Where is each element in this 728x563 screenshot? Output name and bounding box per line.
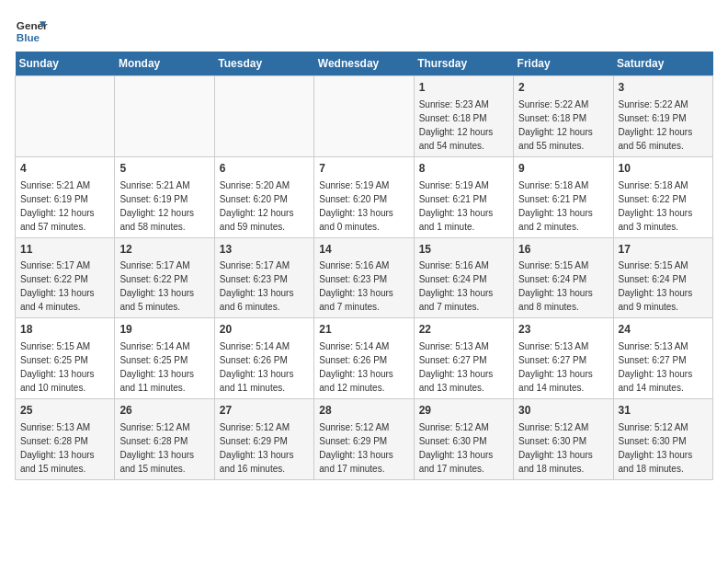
day-info: Sunrise: 5:18 AMSunset: 6:21 PMDaylight:… xyxy=(518,180,593,232)
day-number: 8 xyxy=(419,161,508,177)
day-number: 1 xyxy=(419,80,508,96)
calendar-cell: 12Sunrise: 5:17 AMSunset: 6:22 PMDayligh… xyxy=(115,237,214,318)
header-row: SundayMondayTuesdayWednesdayThursdayFrid… xyxy=(16,52,713,76)
day-number: 4 xyxy=(20,161,109,177)
page-header: General Blue xyxy=(15,15,713,48)
day-number: 10 xyxy=(619,161,708,177)
day-info: Sunrise: 5:16 AMSunset: 6:24 PMDaylight:… xyxy=(419,260,494,312)
day-info: Sunrise: 5:12 AMSunset: 6:30 PMDaylight:… xyxy=(619,422,693,474)
calendar-cell: 8Sunrise: 5:19 AMSunset: 6:21 PMDaylight… xyxy=(414,156,513,237)
weekday-header: Sunday xyxy=(16,52,115,76)
day-number: 5 xyxy=(119,161,209,177)
day-number: 26 xyxy=(119,403,209,419)
weekday-header: Thursday xyxy=(414,52,513,76)
day-number: 31 xyxy=(619,403,708,419)
day-info: Sunrise: 5:12 AMSunset: 6:29 PMDaylight:… xyxy=(220,422,294,474)
day-number: 3 xyxy=(619,80,708,96)
day-number: 20 xyxy=(220,322,309,338)
calendar-cell: 25Sunrise: 5:13 AMSunset: 6:28 PMDayligh… xyxy=(16,399,115,480)
calendar-week-row: 25Sunrise: 5:13 AMSunset: 6:28 PMDayligh… xyxy=(16,399,713,480)
day-number: 16 xyxy=(518,242,608,258)
day-info: Sunrise: 5:19 AMSunset: 6:21 PMDaylight:… xyxy=(419,180,494,232)
calendar-cell: 20Sunrise: 5:14 AMSunset: 6:26 PMDayligh… xyxy=(214,318,313,399)
day-info: Sunrise: 5:12 AMSunset: 6:28 PMDaylight:… xyxy=(119,422,194,474)
calendar-week-row: 18Sunrise: 5:15 AMSunset: 6:25 PMDayligh… xyxy=(16,318,713,399)
calendar-week-row: 4Sunrise: 5:21 AMSunset: 6:19 PMDaylight… xyxy=(16,156,713,237)
calendar-body: 1Sunrise: 5:23 AMSunset: 6:18 PMDaylight… xyxy=(16,76,713,480)
day-info: Sunrise: 5:21 AMSunset: 6:19 PMDaylight:… xyxy=(20,180,95,232)
day-info: Sunrise: 5:17 AMSunset: 6:22 PMDaylight:… xyxy=(20,260,95,312)
calendar-cell: 29Sunrise: 5:12 AMSunset: 6:30 PMDayligh… xyxy=(414,399,513,480)
calendar-cell: 23Sunrise: 5:13 AMSunset: 6:27 PMDayligh… xyxy=(514,318,613,399)
day-info: Sunrise: 5:13 AMSunset: 6:27 PMDaylight:… xyxy=(518,341,593,393)
calendar-cell xyxy=(214,76,313,157)
logo: General Blue xyxy=(15,15,48,48)
day-number: 13 xyxy=(220,242,309,258)
day-info: Sunrise: 5:14 AMSunset: 6:26 PMDaylight:… xyxy=(319,341,393,393)
day-info: Sunrise: 5:19 AMSunset: 6:20 PMDaylight:… xyxy=(319,180,393,232)
day-info: Sunrise: 5:14 AMSunset: 6:26 PMDaylight:… xyxy=(220,341,294,393)
calendar-cell: 22Sunrise: 5:13 AMSunset: 6:27 PMDayligh… xyxy=(414,318,513,399)
weekday-header: Friday xyxy=(514,52,613,76)
day-number: 19 xyxy=(119,322,209,338)
svg-text:Blue: Blue xyxy=(17,31,40,43)
day-info: Sunrise: 5:17 AMSunset: 6:23 PMDaylight:… xyxy=(220,260,294,312)
calendar-cell xyxy=(115,76,214,157)
calendar-cell: 18Sunrise: 5:15 AMSunset: 6:25 PMDayligh… xyxy=(16,318,115,399)
calendar-cell: 27Sunrise: 5:12 AMSunset: 6:29 PMDayligh… xyxy=(214,399,313,480)
calendar-cell: 7Sunrise: 5:19 AMSunset: 6:20 PMDaylight… xyxy=(314,156,414,237)
day-info: Sunrise: 5:18 AMSunset: 6:22 PMDaylight:… xyxy=(619,180,693,232)
calendar-cell: 19Sunrise: 5:14 AMSunset: 6:25 PMDayligh… xyxy=(115,318,214,399)
day-number: 7 xyxy=(319,161,408,177)
calendar-week-row: 1Sunrise: 5:23 AMSunset: 6:18 PMDaylight… xyxy=(16,76,713,157)
calendar-cell: 21Sunrise: 5:14 AMSunset: 6:26 PMDayligh… xyxy=(314,318,414,399)
calendar-cell: 31Sunrise: 5:12 AMSunset: 6:30 PMDayligh… xyxy=(613,399,712,480)
day-info: Sunrise: 5:12 AMSunset: 6:30 PMDaylight:… xyxy=(419,422,494,474)
day-number: 15 xyxy=(419,242,508,258)
weekday-header: Wednesday xyxy=(314,52,414,76)
day-info: Sunrise: 5:15 AMSunset: 6:24 PMDaylight:… xyxy=(518,260,593,312)
calendar-header: SundayMondayTuesdayWednesdayThursdayFrid… xyxy=(16,52,713,76)
calendar-cell xyxy=(16,76,115,157)
calendar-cell: 26Sunrise: 5:12 AMSunset: 6:28 PMDayligh… xyxy=(115,399,214,480)
day-info: Sunrise: 5:14 AMSunset: 6:25 PMDaylight:… xyxy=(119,341,194,393)
day-number: 25 xyxy=(20,403,109,419)
day-info: Sunrise: 5:15 AMSunset: 6:24 PMDaylight:… xyxy=(619,260,693,312)
calendar-week-row: 11Sunrise: 5:17 AMSunset: 6:22 PMDayligh… xyxy=(16,237,713,318)
day-number: 28 xyxy=(319,403,408,419)
calendar-cell: 11Sunrise: 5:17 AMSunset: 6:22 PMDayligh… xyxy=(16,237,115,318)
day-info: Sunrise: 5:15 AMSunset: 6:25 PMDaylight:… xyxy=(20,341,95,393)
weekday-header: Monday xyxy=(115,52,214,76)
calendar-cell: 28Sunrise: 5:12 AMSunset: 6:29 PMDayligh… xyxy=(314,399,414,480)
calendar-cell: 10Sunrise: 5:18 AMSunset: 6:22 PMDayligh… xyxy=(613,156,712,237)
day-info: Sunrise: 5:22 AMSunset: 6:18 PMDaylight:… xyxy=(518,99,593,151)
day-number: 9 xyxy=(518,161,608,177)
weekday-header: Tuesday xyxy=(214,52,313,76)
calendar-cell: 1Sunrise: 5:23 AMSunset: 6:18 PMDaylight… xyxy=(414,76,513,157)
calendar-cell: 15Sunrise: 5:16 AMSunset: 6:24 PMDayligh… xyxy=(414,237,513,318)
day-number: 22 xyxy=(419,322,508,338)
logo-icon: General Blue xyxy=(15,15,48,48)
day-info: Sunrise: 5:12 AMSunset: 6:29 PMDaylight:… xyxy=(319,422,393,474)
day-info: Sunrise: 5:23 AMSunset: 6:18 PMDaylight:… xyxy=(419,99,494,151)
calendar-cell xyxy=(314,76,414,157)
calendar-cell: 17Sunrise: 5:15 AMSunset: 6:24 PMDayligh… xyxy=(613,237,712,318)
day-number: 2 xyxy=(518,80,608,96)
day-info: Sunrise: 5:13 AMSunset: 6:27 PMDaylight:… xyxy=(419,341,494,393)
day-number: 23 xyxy=(518,322,608,338)
day-info: Sunrise: 5:22 AMSunset: 6:19 PMDaylight:… xyxy=(619,99,693,151)
calendar-cell: 4Sunrise: 5:21 AMSunset: 6:19 PMDaylight… xyxy=(16,156,115,237)
calendar-cell: 3Sunrise: 5:22 AMSunset: 6:19 PMDaylight… xyxy=(613,76,712,157)
day-number: 29 xyxy=(419,403,508,419)
day-number: 17 xyxy=(619,242,708,258)
calendar-table: SundayMondayTuesdayWednesdayThursdayFrid… xyxy=(15,52,713,480)
day-number: 12 xyxy=(119,242,209,258)
day-info: Sunrise: 5:16 AMSunset: 6:23 PMDaylight:… xyxy=(319,260,393,312)
calendar-cell: 16Sunrise: 5:15 AMSunset: 6:24 PMDayligh… xyxy=(514,237,613,318)
calendar-cell: 6Sunrise: 5:20 AMSunset: 6:20 PMDaylight… xyxy=(214,156,313,237)
day-number: 14 xyxy=(319,242,408,258)
day-number: 24 xyxy=(619,322,708,338)
calendar-cell: 24Sunrise: 5:13 AMSunset: 6:27 PMDayligh… xyxy=(613,318,712,399)
day-number: 27 xyxy=(220,403,309,419)
day-number: 6 xyxy=(220,161,309,177)
